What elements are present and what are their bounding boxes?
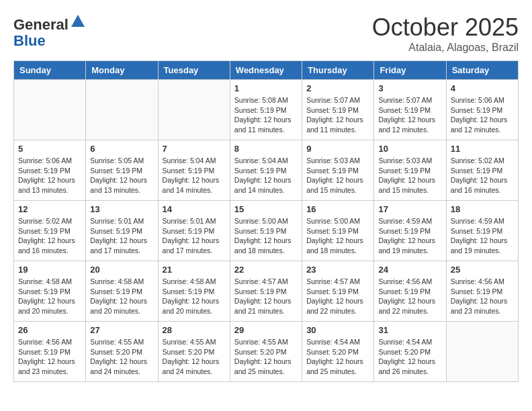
day-number: 11 — [451, 144, 514, 154]
day-info: Sunrise: 5:06 AMSunset: 5:19 PMDaylight:… — [451, 95, 514, 135]
weekday-header: Friday — [374, 61, 446, 80]
week-row: 26Sunrise: 4:56 AMSunset: 5:19 PMDayligh… — [14, 322, 519, 382]
page-header: General Blue October 2025 Atalaia, Alago… — [13, 13, 519, 54]
day-number: 24 — [378, 265, 441, 275]
weekday-header: Tuesday — [158, 61, 230, 80]
day-number: 31 — [378, 325, 441, 335]
day-number: 2 — [306, 83, 369, 93]
day-info: Sunrise: 4:55 AMSunset: 5:20 PMDaylight:… — [234, 337, 298, 377]
day-info: Sunrise: 4:59 AMSunset: 5:19 PMDaylight:… — [378, 216, 441, 256]
weekday-header: Saturday — [446, 61, 518, 80]
week-row: 1Sunrise: 5:08 AMSunset: 5:19 PMDaylight… — [14, 80, 519, 140]
day-info: Sunrise: 5:00 AMSunset: 5:19 PMDaylight:… — [306, 216, 369, 256]
calendar-cell — [86, 80, 158, 140]
day-number: 5 — [18, 144, 81, 154]
week-row: 12Sunrise: 5:02 AMSunset: 5:19 PMDayligh… — [14, 201, 519, 261]
day-number: 23 — [306, 265, 369, 275]
calendar-cell: 14Sunrise: 5:01 AMSunset: 5:19 PMDayligh… — [158, 201, 230, 261]
calendar-cell: 24Sunrise: 4:56 AMSunset: 5:19 PMDayligh… — [374, 261, 446, 322]
day-info: Sunrise: 5:02 AMSunset: 5:19 PMDaylight:… — [451, 156, 514, 195]
week-row: 19Sunrise: 4:58 AMSunset: 5:19 PMDayligh… — [14, 261, 519, 322]
calendar-cell: 20Sunrise: 4:58 AMSunset: 5:19 PMDayligh… — [86, 261, 158, 322]
calendar-cell — [446, 322, 518, 382]
day-info: Sunrise: 5:05 AMSunset: 5:19 PMDaylight:… — [90, 156, 153, 195]
day-number: 12 — [18, 204, 81, 214]
day-info: Sunrise: 4:58 AMSunset: 5:19 PMDaylight:… — [163, 277, 226, 316]
day-number: 1 — [234, 83, 298, 93]
day-number: 27 — [90, 325, 153, 335]
day-info: Sunrise: 4:57 AMSunset: 5:19 PMDaylight:… — [306, 277, 369, 316]
calendar-cell: 3Sunrise: 5:07 AMSunset: 5:19 PMDaylight… — [374, 80, 446, 140]
day-number: 6 — [90, 144, 153, 154]
day-number: 16 — [306, 204, 369, 214]
calendar-cell: 1Sunrise: 5:08 AMSunset: 5:19 PMDaylight… — [230, 80, 302, 140]
week-row: 5Sunrise: 5:06 AMSunset: 5:19 PMDaylight… — [14, 140, 519, 201]
logo: General Blue — [13, 13, 86, 49]
calendar-cell — [14, 80, 86, 140]
calendar-cell: 2Sunrise: 5:07 AMSunset: 5:19 PMDaylight… — [302, 80, 374, 140]
day-info: Sunrise: 4:55 AMSunset: 5:20 PMDaylight:… — [163, 337, 226, 377]
day-info: Sunrise: 4:54 AMSunset: 5:20 PMDaylight:… — [378, 337, 441, 377]
calendar-cell: 27Sunrise: 4:55 AMSunset: 5:20 PMDayligh… — [86, 322, 158, 382]
day-info: Sunrise: 5:03 AMSunset: 5:19 PMDaylight:… — [306, 156, 369, 195]
calendar-cell: 18Sunrise: 4:59 AMSunset: 5:19 PMDayligh… — [446, 201, 518, 261]
day-info: Sunrise: 5:07 AMSunset: 5:19 PMDaylight:… — [306, 95, 369, 135]
logo-blue-text: Blue — [13, 32, 46, 49]
day-info: Sunrise: 4:58 AMSunset: 5:19 PMDaylight:… — [18, 277, 81, 316]
calendar-cell: 15Sunrise: 5:00 AMSunset: 5:19 PMDayligh… — [230, 201, 302, 261]
calendar-cell: 8Sunrise: 5:04 AMSunset: 5:19 PMDaylight… — [230, 140, 302, 201]
day-info: Sunrise: 5:02 AMSunset: 5:19 PMDaylight:… — [18, 216, 81, 256]
day-info: Sunrise: 4:55 AMSunset: 5:20 PMDaylight:… — [90, 337, 153, 377]
calendar-cell — [158, 80, 230, 140]
svg-marker-0 — [71, 15, 85, 27]
weekday-header: Thursday — [302, 61, 374, 80]
day-number: 13 — [90, 204, 153, 214]
day-number: 4 — [451, 83, 514, 93]
day-info: Sunrise: 4:58 AMSunset: 5:19 PMDaylight:… — [90, 277, 153, 316]
day-number: 10 — [378, 144, 441, 154]
calendar-cell: 19Sunrise: 4:58 AMSunset: 5:19 PMDayligh… — [14, 261, 86, 322]
title-block: October 2025 Atalaia, Alagoas, Brazil — [372, 13, 519, 54]
day-info: Sunrise: 5:07 AMSunset: 5:19 PMDaylight:… — [378, 95, 441, 135]
calendar-cell: 10Sunrise: 5:03 AMSunset: 5:19 PMDayligh… — [374, 140, 446, 201]
day-info: Sunrise: 4:56 AMSunset: 5:19 PMDaylight:… — [451, 277, 514, 316]
calendar-cell: 16Sunrise: 5:00 AMSunset: 5:19 PMDayligh… — [302, 201, 374, 261]
calendar-cell: 26Sunrise: 4:56 AMSunset: 5:19 PMDayligh… — [14, 322, 86, 382]
calendar-cell: 7Sunrise: 5:04 AMSunset: 5:19 PMDaylight… — [158, 140, 230, 201]
weekday-header: Wednesday — [230, 61, 302, 80]
calendar-cell: 5Sunrise: 5:06 AMSunset: 5:19 PMDaylight… — [14, 140, 86, 201]
calendar-cell: 6Sunrise: 5:05 AMSunset: 5:19 PMDaylight… — [86, 140, 158, 201]
calendar-cell: 12Sunrise: 5:02 AMSunset: 5:19 PMDayligh… — [14, 201, 86, 261]
day-info: Sunrise: 5:06 AMSunset: 5:19 PMDaylight:… — [18, 156, 81, 195]
weekday-header: Monday — [86, 61, 158, 80]
day-number: 20 — [90, 265, 153, 275]
calendar-cell: 13Sunrise: 5:01 AMSunset: 5:19 PMDayligh… — [86, 201, 158, 261]
day-number: 22 — [234, 265, 298, 275]
day-number: 7 — [163, 144, 226, 154]
day-number: 9 — [306, 144, 369, 154]
calendar-cell: 31Sunrise: 4:54 AMSunset: 5:20 PMDayligh… — [374, 322, 446, 382]
day-info: Sunrise: 5:01 AMSunset: 5:19 PMDaylight:… — [163, 216, 226, 256]
day-number: 29 — [234, 325, 298, 335]
calendar-table: SundayMondayTuesdayWednesdayThursdayFrid… — [13, 60, 519, 382]
calendar-cell: 30Sunrise: 4:54 AMSunset: 5:20 PMDayligh… — [302, 322, 374, 382]
day-info: Sunrise: 5:08 AMSunset: 5:19 PMDaylight:… — [234, 95, 298, 135]
day-info: Sunrise: 4:56 AMSunset: 5:19 PMDaylight:… — [378, 277, 441, 316]
day-info: Sunrise: 5:00 AMSunset: 5:19 PMDaylight:… — [234, 216, 298, 256]
calendar-cell: 23Sunrise: 4:57 AMSunset: 5:19 PMDayligh… — [302, 261, 374, 322]
day-number: 14 — [163, 204, 226, 214]
day-number: 17 — [378, 204, 441, 214]
day-number: 15 — [234, 204, 298, 214]
day-info: Sunrise: 4:59 AMSunset: 5:19 PMDaylight:… — [451, 216, 514, 256]
day-number: 18 — [451, 204, 514, 214]
calendar-cell: 22Sunrise: 4:57 AMSunset: 5:19 PMDayligh… — [230, 261, 302, 322]
calendar-cell: 28Sunrise: 4:55 AMSunset: 5:20 PMDayligh… — [158, 322, 230, 382]
day-info: Sunrise: 4:57 AMSunset: 5:19 PMDaylight:… — [234, 277, 298, 316]
month-title: October 2025 — [372, 13, 519, 42]
logo-general-text: General — [13, 16, 69, 33]
day-number: 25 — [451, 265, 514, 275]
calendar-cell: 17Sunrise: 4:59 AMSunset: 5:19 PMDayligh… — [374, 201, 446, 261]
day-info: Sunrise: 5:04 AMSunset: 5:19 PMDaylight:… — [234, 156, 298, 195]
day-number: 26 — [18, 325, 81, 335]
day-number: 8 — [234, 144, 298, 154]
